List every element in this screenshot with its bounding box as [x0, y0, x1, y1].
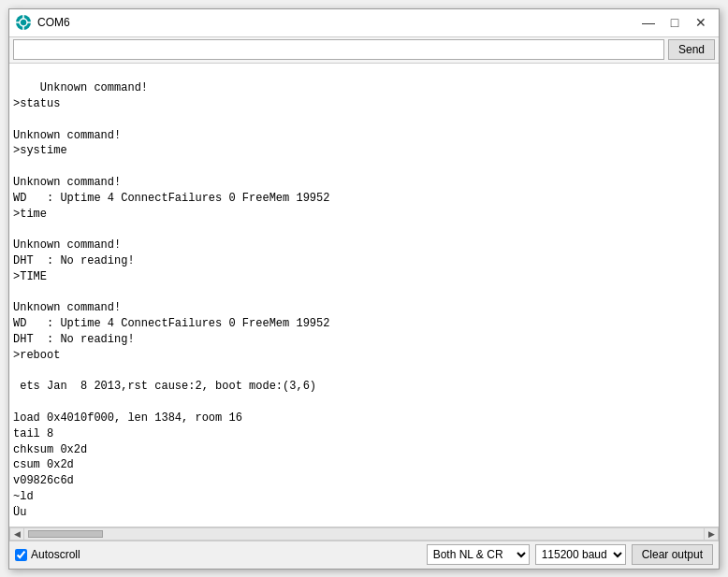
- window-title: COM6: [37, 16, 636, 29]
- scroll-left-arrow[interactable]: ◀: [9, 527, 24, 541]
- title-bar: COM6 — □ ✕: [9, 9, 719, 37]
- scrollbar-thumb[interactable]: [28, 530, 103, 538]
- autoscroll-control: Autoscroll: [15, 548, 80, 561]
- window-controls: — □ ✕: [636, 13, 713, 32]
- main-window: COM6 — □ ✕ Send Unknown command! >status…: [8, 8, 720, 570]
- line-ending-dropdown[interactable]: No line ending Newline Carriage return B…: [427, 544, 530, 565]
- output-text: Unknown command! >status Unknown command…: [13, 81, 357, 527]
- autoscroll-label: Autoscroll: [31, 548, 80, 561]
- minimize-button[interactable]: —: [636, 13, 661, 32]
- command-input[interactable]: [13, 39, 664, 60]
- status-bar: Autoscroll No line ending Newline Carria…: [9, 541, 719, 569]
- input-bar: Send: [9, 37, 719, 64]
- app-logo: [15, 14, 32, 31]
- scrollbar-track[interactable]: [26, 529, 702, 539]
- scroll-right-arrow[interactable]: ▶: [704, 527, 719, 541]
- close-button[interactable]: ✕: [689, 13, 713, 32]
- send-button[interactable]: Send: [668, 39, 715, 60]
- horizontal-scrollbar[interactable]: ◀ ▶: [9, 527, 719, 541]
- output-area: Unknown command! >status Unknown command…: [9, 64, 719, 527]
- autoscroll-checkbox[interactable]: [15, 549, 27, 561]
- clear-output-button[interactable]: Clear output: [632, 544, 713, 565]
- baud-rate-dropdown[interactable]: 300 baud 1200 baud 2400 baud 4800 baud 9…: [535, 544, 626, 565]
- maximize-button[interactable]: □: [662, 13, 687, 32]
